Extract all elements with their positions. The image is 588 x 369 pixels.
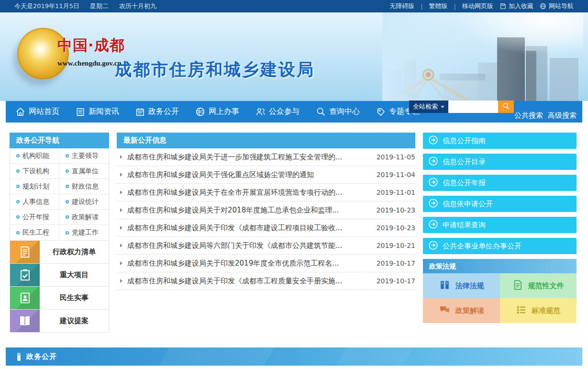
bullet-icon xyxy=(66,154,69,157)
info-disclosure-annual-report-button[interactable]: 信息公开年报 xyxy=(423,175,577,191)
triangle-bullet-icon xyxy=(120,226,122,230)
sidebar-item-org-functions[interactable]: 机构职能 xyxy=(10,148,59,164)
calendar-icon xyxy=(135,107,145,117)
public-enterprise-affairs-button[interactable]: 公共企事业单位办事公开 xyxy=(423,238,577,254)
bullet-icon xyxy=(16,185,20,188)
triangle-bullet-icon xyxy=(120,261,122,265)
laws-regulations-tile[interactable]: 法律法规 xyxy=(423,273,500,298)
logo-title: 中国·成都 xyxy=(57,35,125,56)
circle-arrow-icon xyxy=(428,219,438,231)
search-icon xyxy=(502,102,510,112)
divider: | xyxy=(421,3,422,10)
feature-admin-power-list[interactable]: 行政权力清单 xyxy=(10,241,109,264)
search-icon xyxy=(316,107,326,117)
site-nav-link[interactable]: 网站导航 xyxy=(540,2,574,11)
contact-book-icon xyxy=(10,287,40,309)
people-icon xyxy=(255,107,266,117)
info-disclosure-catalog-button[interactable]: 信息公开目录 xyxy=(423,154,577,170)
decorative-shape xyxy=(153,347,280,366)
nav-item-home[interactable]: 网站首页 xyxy=(15,107,59,117)
bullet-icon xyxy=(16,215,20,219)
triangle-bullet-icon xyxy=(120,208,122,212)
nav-item-online-services[interactable]: 网上办事 xyxy=(195,107,239,117)
sidebar-item-fiscal-info[interactable]: 财政信息 xyxy=(59,179,109,194)
feature-livelihood-facts[interactable]: 民生实事 xyxy=(10,287,109,310)
site-logo[interactable]: 中国·成都 www.chengdu.gov.cn xyxy=(17,28,125,79)
news-item[interactable]: 成都市住房和城乡建设局关于在全市开展宜居环境营造专项行动的...2019-11-… xyxy=(117,184,415,201)
normative-documents-tile[interactable]: 规范性文件 xyxy=(500,273,577,298)
circle-arrow-icon xyxy=(428,135,438,147)
triangle-bullet-icon xyxy=(120,155,122,159)
sidebar-item-policy-interpretation[interactable]: 政策解读 xyxy=(59,210,109,225)
bullet-icon xyxy=(66,185,69,188)
site-search: 全站检索 公共搜索 高级搜索 xyxy=(409,101,577,123)
public-search-link[interactable]: 公共搜索 xyxy=(514,111,543,120)
circle-arrow-icon xyxy=(428,198,438,210)
bullet-icon xyxy=(16,200,20,203)
news-item[interactable]: 成都市住房和城乡建设局关于强化重点区域扬尘管理的通知2019-11-04 xyxy=(117,166,415,184)
sidebar-item-affiliated-units[interactable]: 直属单位 xyxy=(59,164,109,179)
sidebar-item-annual-report[interactable]: 公开年报 xyxy=(10,210,59,225)
policy-panel-title: 政策法规 xyxy=(423,259,577,273)
search-button[interactable] xyxy=(498,101,514,113)
sidebar-item-planning[interactable]: 规划计划 xyxy=(10,179,59,194)
feature-major-projects[interactable]: 重大项目 xyxy=(10,264,109,287)
sidebar-item-key-leaders[interactable]: 主要领导 xyxy=(59,148,109,164)
application-result-query-button[interactable]: 申请结果查询 xyxy=(423,217,577,233)
mobile-version-link[interactable]: 移动网页版 xyxy=(462,2,493,11)
sidebar-item-livelihood-projects[interactable]: 民生工程 xyxy=(10,225,59,240)
info-disclosure-on-request-button[interactable]: 信息依申请公开 xyxy=(423,196,577,212)
search-scope-select[interactable]: 全站检索 xyxy=(409,101,448,113)
today-date: 今天是2019年11月5日 xyxy=(14,2,79,10)
lunar-date: 农历十月初九 xyxy=(119,2,156,10)
tag-icon xyxy=(376,107,386,117)
home-icon xyxy=(15,107,25,117)
gov-affairs-section-band: 政务公开 xyxy=(6,347,582,366)
page-title: 成都市住房和城乡建设局 xyxy=(115,58,315,81)
divider: | xyxy=(454,3,456,10)
add-favorite-link[interactable]: 加入收藏 xyxy=(499,2,533,11)
nav-item-query-center[interactable]: 查询中心 xyxy=(316,107,360,117)
weekday: 星期二 xyxy=(90,2,109,10)
info-disclosure-guide-button[interactable]: 信息公开指南 xyxy=(423,133,577,149)
advanced-search-link[interactable]: 高级搜索 xyxy=(548,111,577,120)
accessible-version-link[interactable]: 无障碍版 xyxy=(389,2,414,11)
news-item[interactable]: 成都市住房和城乡建设局关于印发《成都市建设工程项目竣工验收...2019-10-… xyxy=(117,219,415,237)
feature-suggestions-proposals[interactable]: 建议提案 xyxy=(10,310,109,333)
header-banner: 中国·成都 www.chengdu.gov.cn 成都市住房和城乡建设局 xyxy=(0,12,588,101)
clipboard-check-icon xyxy=(10,264,40,286)
section-marker-icon xyxy=(17,353,21,361)
search-input[interactable] xyxy=(448,101,498,113)
news-item[interactable]: 成都市住房和城乡建设局关于印发2019年度全市优质示范工程名...2019-10… xyxy=(117,255,415,272)
chat-bubbles-icon xyxy=(439,304,451,318)
news-panel-title: 最新公开信息 xyxy=(117,133,415,148)
news-item[interactable]: 成都市住房和城乡建设局等六部门关于印发《成都市公共建筑节能...2019-10-… xyxy=(117,237,415,255)
sidebar-grid: 机构职能 主要领导 下设机构 直属单位 规划计划 财政信息 人事信息 建设统计 … xyxy=(10,148,109,241)
news-item[interactable]: 成都市住房和城乡建设局关于印发《成都市工程质量安全手册实施...2019-10-… xyxy=(117,272,415,290)
sidebar-item-sub-orgs[interactable]: 下设机构 xyxy=(10,164,59,179)
standards-specs-tile[interactable]: 标准规范 xyxy=(500,298,577,323)
sidebar-item-personnel[interactable]: 人事信息 xyxy=(10,194,59,210)
topbar-date-group: 今天是2019年11月5日星期二农历十月初九 xyxy=(14,2,167,11)
bullet-icon xyxy=(16,169,20,173)
news-item[interactable]: 成都市住房和城乡建设局关于对2018年度施工总承包企业和监理...2019-10… xyxy=(117,201,415,219)
bullet-icon xyxy=(66,169,69,173)
decorative-shape xyxy=(330,347,419,366)
news-icon xyxy=(76,107,85,117)
bullet-icon xyxy=(66,200,69,203)
books-icon xyxy=(439,279,451,293)
circle-arrow-icon xyxy=(428,240,438,252)
globe-icon xyxy=(195,107,205,117)
nav-item-news[interactable]: 新闻资讯 xyxy=(76,107,119,117)
info-disclosure-panel: 信息公开指南 信息公开目录 信息公开年报 信息依申请公开 申请结果查询 公共企事… xyxy=(423,133,577,333)
sidebar-item-party-building[interactable]: 党建工作 xyxy=(59,225,109,240)
nav-item-gov-info[interactable]: 政务公开 xyxy=(135,107,179,117)
nav-item-public-participation[interactable]: 公众参与 xyxy=(255,107,300,117)
news-item[interactable]: 成都市住房和城乡建设局关于进一步加强建筑工程施工安全管理的...2019-11-… xyxy=(117,148,415,166)
sidebar-item-construction-stats[interactable]: 建设统计 xyxy=(59,194,109,210)
policy-interpretation-tile[interactable]: 政策解读 xyxy=(423,298,500,323)
news-list: 成都市住房和城乡建设局关于进一步加强建筑工程施工安全管理的...2019-11-… xyxy=(117,148,415,290)
chevron-down-icon xyxy=(441,106,444,108)
traditional-chinese-link[interactable]: 繁體版 xyxy=(429,2,448,11)
circle-arrow-icon xyxy=(428,177,438,189)
